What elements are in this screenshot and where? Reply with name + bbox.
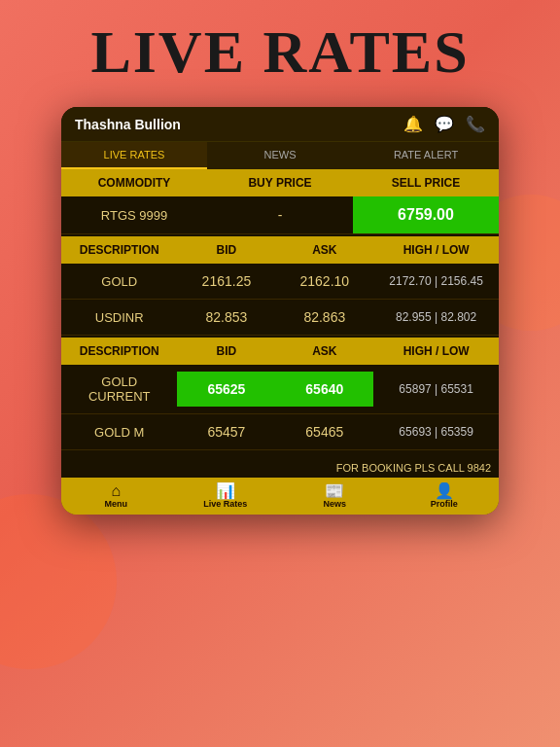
gold-bid: 2161.25 bbox=[177, 264, 275, 299]
profile-icon: 👤 bbox=[435, 483, 454, 499]
table3-header: DESCRIPTION BID ASK HIGH / LOW bbox=[61, 338, 499, 365]
bottom-nav: ⌂ Menu 📊 Live Rates 📰 News 👤 Profile bbox=[61, 478, 499, 515]
news-icon: 📰 bbox=[325, 483, 344, 499]
top-icons: 🔔 💬 📞 bbox=[403, 115, 485, 133]
nav-profile[interactable]: 👤 Profile bbox=[390, 478, 500, 515]
app-name: Thashna Bullion bbox=[75, 117, 181, 132]
col-sell-header: SELL PRICE bbox=[353, 169, 499, 196]
nav-live-rates[interactable]: 📊 Live Rates bbox=[171, 478, 281, 515]
table2-row-1: USDINR 82.853 82.863 82.955 | 82.802 bbox=[61, 300, 499, 336]
top-bar: Thashna Bullion 🔔 💬 📞 bbox=[61, 107, 499, 141]
gold-desc: GOLD bbox=[61, 265, 177, 299]
col-ask2-header: ASK bbox=[275, 338, 373, 365]
gold-ask: 2162.10 bbox=[275, 264, 373, 299]
tab-live-rates[interactable]: LIVE RATES bbox=[61, 142, 207, 169]
gold-m-desc: GOLD M bbox=[61, 415, 177, 449]
content-area: COMMODITY BUY PRICE SELL PRICE RTGS 9999… bbox=[61, 169, 499, 499]
chart-icon: 📊 bbox=[216, 483, 235, 499]
col-hl2-header: HIGH / LOW bbox=[373, 338, 499, 365]
col-buy-header: BUY PRICE bbox=[207, 169, 353, 196]
col-commodity-header: COMMODITY bbox=[61, 169, 207, 196]
tab-rate-alert[interactable]: RATE ALERT bbox=[353, 142, 499, 169]
col-desc2-header: DESCRIPTION bbox=[61, 338, 177, 365]
nav-news-label: News bbox=[323, 499, 346, 509]
rtgs-sell: 6759.00 bbox=[353, 196, 499, 233]
usdinr-ask: 82.863 bbox=[275, 300, 373, 335]
booking-bar: FOR BOOKING PLS CALL 9842 bbox=[61, 458, 499, 478]
gold-current-ask: 65640 bbox=[275, 372, 373, 407]
col-desc-header: DESCRIPTION bbox=[61, 236, 177, 264]
gold-hl: 2172.70 | 2156.45 bbox=[373, 265, 499, 298]
table3-row-1: GOLD M 65457 65465 65693 | 65359 bbox=[61, 414, 499, 450]
gold-m-hl: 65693 | 65359 bbox=[373, 415, 499, 448]
chat-icon[interactable]: 💬 bbox=[435, 115, 454, 133]
rtgs-commodity: RTGS 9999 bbox=[61, 198, 207, 232]
nav-profile-label: Profile bbox=[431, 499, 458, 509]
table1-row-0: RTGS 9999 - 6759.00 bbox=[61, 196, 499, 234]
table3-row-0: GOLDCURRENT 65625 65640 65897 | 65531 bbox=[61, 365, 499, 414]
gold-m-ask: 65465 bbox=[275, 414, 373, 449]
device-frame: Thashna Bullion 🔔 💬 📞 LIVE RATES NEWS RA… bbox=[61, 107, 499, 515]
nav-live-rates-label: Live Rates bbox=[203, 499, 247, 509]
page-title: LIVE RATES bbox=[0, 0, 560, 87]
gold-m-bid: 65457 bbox=[177, 414, 275, 449]
nav-news[interactable]: 📰 News bbox=[280, 478, 390, 515]
gold-current-hl: 65897 | 65531 bbox=[373, 373, 499, 406]
bell-icon[interactable]: 🔔 bbox=[403, 115, 423, 133]
col-bid2-header: BID bbox=[177, 338, 275, 365]
table2-header: DESCRIPTION BID ASK HIGH / LOW bbox=[61, 236, 499, 264]
table2-row-0: GOLD 2161.25 2162.10 2172.70 | 2156.45 bbox=[61, 264, 499, 300]
gold-current-desc: GOLDCURRENT bbox=[61, 365, 177, 413]
rtgs-buy: - bbox=[207, 197, 353, 232]
table1-header: COMMODITY BUY PRICE SELL PRICE bbox=[61, 169, 499, 196]
nav-menu-label: Menu bbox=[105, 499, 128, 509]
col-bid-header: BID bbox=[177, 236, 275, 264]
phone-icon[interactable]: 📞 bbox=[466, 115, 485, 133]
nav-menu[interactable]: ⌂ Menu bbox=[61, 478, 171, 515]
col-ask-header: ASK bbox=[275, 236, 373, 264]
usdinr-desc: USDINR bbox=[61, 301, 177, 335]
usdinr-bid: 82.853 bbox=[177, 300, 275, 335]
nav-tabs: LIVE RATES NEWS RATE ALERT bbox=[61, 141, 499, 169]
home-icon: ⌂ bbox=[111, 483, 121, 499]
col-hl-header: HIGH / LOW bbox=[373, 236, 499, 264]
usdinr-hl: 82.955 | 82.802 bbox=[373, 301, 499, 334]
tab-news[interactable]: NEWS bbox=[207, 142, 353, 169]
gold-current-bid: 65625 bbox=[177, 372, 275, 407]
